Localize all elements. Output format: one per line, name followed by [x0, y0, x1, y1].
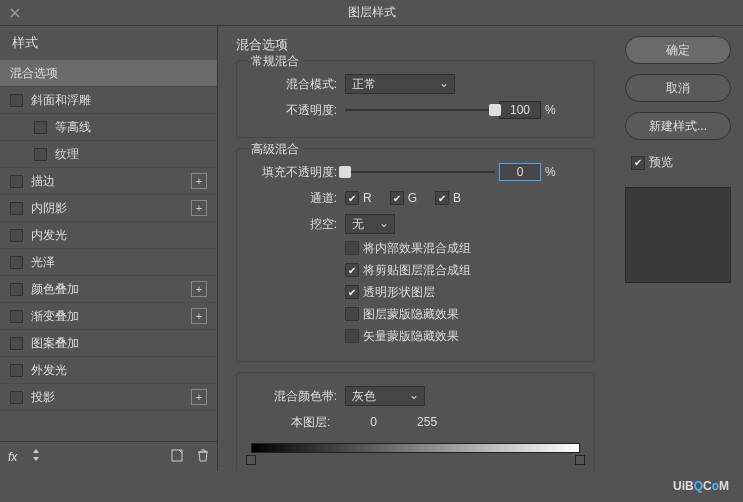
style-label: 渐变叠加 [31, 308, 79, 325]
arrow-updown-icon[interactable] [31, 448, 41, 465]
style-checkbox[interactable] [10, 202, 23, 215]
style-checkbox[interactable] [10, 256, 23, 269]
style-label: 外发光 [31, 362, 67, 379]
advanced-blend-group: 高级混合 填充不透明度: 0 % 通道: R G B 挖空: 无 将内部效果混合… [236, 148, 595, 362]
this-layer-high: 255 [417, 415, 437, 429]
style-item-0[interactable]: 混合选项 [0, 60, 217, 87]
style-item-7[interactable]: 光泽 [0, 249, 217, 276]
blend-mode-select[interactable]: 正常 [345, 74, 455, 94]
style-label: 纹理 [55, 146, 79, 163]
content-heading: 混合选项 [236, 36, 595, 54]
pct-label: % [545, 165, 556, 179]
style-item-6[interactable]: 内发光 [0, 222, 217, 249]
opt-layer-mask-hide-checkbox[interactable] [345, 307, 359, 321]
style-checkbox[interactable] [10, 283, 23, 296]
style-item-1[interactable]: 斜面和浮雕 [0, 87, 217, 114]
style-checkbox[interactable] [10, 94, 23, 107]
channels-label: 通道: [251, 190, 337, 207]
fill-opacity-label: 填充不透明度: [251, 164, 337, 181]
fill-opacity-value[interactable]: 0 [499, 163, 541, 181]
style-checkbox[interactable] [10, 364, 23, 377]
add-effect-icon[interactable]: + [191, 281, 207, 297]
opt-transparency-shapes-checkbox[interactable] [345, 285, 359, 299]
knockout-label: 挖空: [251, 216, 337, 233]
add-effect-icon[interactable]: + [191, 389, 207, 405]
channel-b-checkbox[interactable] [435, 191, 449, 205]
style-checkbox[interactable] [10, 337, 23, 350]
style-list: 混合选项斜面和浮雕等高线纹理描边+内阴影+内发光光泽颜色叠加+渐变叠加+图案叠加… [0, 60, 217, 411]
sidebar-footer: fx [0, 441, 217, 471]
fx-icon[interactable]: fx [8, 450, 17, 464]
styles-sidebar: 样式 混合选项斜面和浮雕等高线纹理描边+内阴影+内发光光泽颜色叠加+渐变叠加+图… [0, 26, 218, 471]
this-layer-slider[interactable] [251, 437, 580, 465]
sidebar-header: 样式 [0, 26, 217, 60]
style-item-10[interactable]: 图案叠加 [0, 330, 217, 357]
preview-toggle[interactable]: 预览 [631, 154, 731, 171]
content-panel: 混合选项 常规混合 混合模式: 正常 不透明度: 100 % 高级混合 填充不透… [218, 26, 613, 471]
opacity-label: 不透明度: [251, 102, 337, 119]
opacity-value[interactable]: 100 [499, 101, 541, 119]
style-checkbox[interactable] [34, 121, 47, 134]
new-style-button[interactable]: 新建样式... [625, 112, 731, 140]
watermark: UiBQCoM [673, 476, 729, 494]
dialog-title: 图层样式 [348, 4, 396, 21]
style-label: 光泽 [31, 254, 55, 271]
style-item-11[interactable]: 外发光 [0, 357, 217, 384]
cancel-button[interactable]: 取消 [625, 74, 731, 102]
opt-clip-layers-checkbox[interactable] [345, 263, 359, 277]
channel-r-checkbox[interactable] [345, 191, 359, 205]
blend-if-label: 混合颜色带: [251, 388, 337, 405]
style-checkbox[interactable] [10, 391, 23, 404]
channel-g-checkbox[interactable] [390, 191, 404, 205]
style-label: 等高线 [55, 119, 91, 136]
opt-inner-effects-checkbox[interactable] [345, 241, 359, 255]
this-layer-label: 本图层: [291, 414, 330, 431]
style-checkbox[interactable] [34, 148, 47, 161]
style-item-3[interactable]: 纹理 [0, 141, 217, 168]
style-item-8[interactable]: 颜色叠加+ [0, 276, 217, 303]
style-label: 描边 [31, 173, 55, 190]
opt-vector-mask-hide-checkbox[interactable] [345, 329, 359, 343]
normal-blend-group: 常规混合 混合模式: 正常 不透明度: 100 % [236, 60, 595, 138]
normal-blend-title: 常规混合 [247, 53, 303, 70]
blend-if-select[interactable]: 灰色 [345, 386, 425, 406]
knockout-select[interactable]: 无 [345, 214, 395, 234]
style-label: 内发光 [31, 227, 67, 244]
style-checkbox[interactable] [10, 175, 23, 188]
this-layer-low: 0 [370, 415, 377, 429]
style-label: 混合选项 [10, 65, 58, 82]
style-item-5[interactable]: 内阴影+ [0, 195, 217, 222]
style-item-2[interactable]: 等高线 [0, 114, 217, 141]
preview-checkbox[interactable] [631, 156, 645, 170]
blend-mode-label: 混合模式: [251, 76, 337, 93]
add-effect-icon[interactable]: + [191, 308, 207, 324]
style-label: 投影 [31, 389, 55, 406]
title-bar: 图层样式 [0, 0, 743, 26]
blend-if-group: 混合颜色带: 灰色 本图层: 0 255 下一图层: 0 255 [236, 372, 595, 471]
style-checkbox[interactable] [10, 229, 23, 242]
opacity-slider[interactable] [345, 102, 495, 118]
main-area: 样式 混合选项斜面和浮雕等高线纹理描边+内阴影+内发光光泽颜色叠加+渐变叠加+图… [0, 26, 743, 471]
right-panel: 确定 取消 新建样式... 预览 [613, 26, 743, 471]
preview-swatch [625, 187, 731, 283]
ok-button[interactable]: 确定 [625, 36, 731, 64]
style-label: 图案叠加 [31, 335, 79, 352]
new-page-icon[interactable] [171, 449, 183, 465]
style-label: 斜面和浮雕 [31, 92, 91, 109]
trash-icon[interactable] [197, 449, 209, 465]
add-effect-icon[interactable]: + [191, 200, 207, 216]
close-icon[interactable] [8, 6, 22, 20]
advanced-options: 将内部效果混合成组 将剪贴图层混合成组 透明形状图层 图层蒙版隐藏效果 矢量蒙版… [345, 237, 580, 347]
add-effect-icon[interactable]: + [191, 173, 207, 189]
advanced-blend-title: 高级混合 [247, 141, 303, 158]
style-label: 内阴影 [31, 200, 67, 217]
fill-opacity-slider[interactable] [345, 164, 495, 180]
style-item-4[interactable]: 描边+ [0, 168, 217, 195]
style-label: 颜色叠加 [31, 281, 79, 298]
style-item-12[interactable]: 投影+ [0, 384, 217, 411]
style-checkbox[interactable] [10, 310, 23, 323]
style-item-9[interactable]: 渐变叠加+ [0, 303, 217, 330]
pct-label: % [545, 103, 556, 117]
